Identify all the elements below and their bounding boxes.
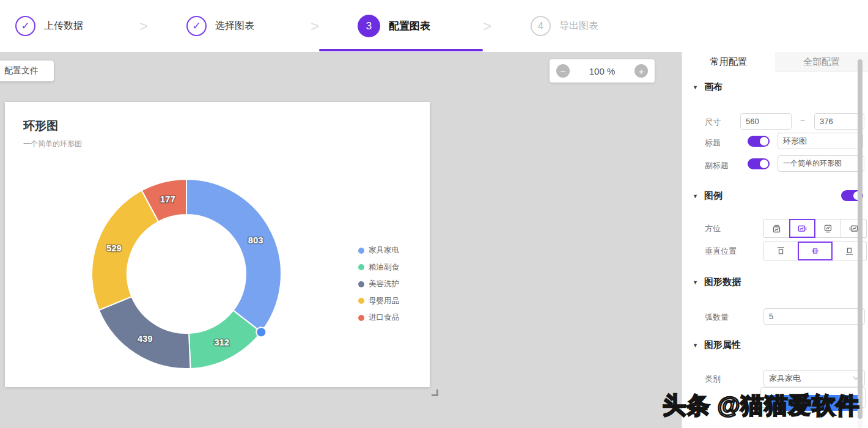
subtitle-label: 副标题: [705, 160, 729, 171]
zoom-in-button[interactable]: +: [634, 64, 648, 78]
zoom-level-value: 100 %: [589, 66, 616, 76]
legend-item-label: 母婴用品: [369, 296, 399, 306]
subtitle-toggle[interactable]: [748, 158, 770, 169]
zoom-control: − 100 % +: [550, 59, 655, 83]
title-label: 标题: [705, 138, 721, 149]
donut-segment-母婴用品[interactable]: [92, 190, 158, 310]
section-title: 图形属性: [704, 339, 741, 351]
title-input[interactable]: [778, 133, 863, 149]
step-configure-chart[interactable]: 3 配置图表: [358, 0, 430, 52]
vertical-align-middle-option[interactable]: [798, 242, 833, 260]
legend-top-icon: [772, 224, 781, 233]
legend-bottom-icon: [823, 224, 833, 233]
check-icon: [15, 16, 35, 36]
title-toggle[interactable]: [748, 136, 770, 147]
step-number: 4: [531, 16, 551, 36]
align-bottom-icon: [845, 246, 854, 256]
collapse-triangle-icon: ▼: [693, 193, 698, 199]
legend-dot-icon: [358, 281, 364, 287]
category-color-swatch[interactable]: [766, 395, 862, 411]
align-middle-icon: [811, 246, 820, 256]
legend-item-label: 家具家电: [369, 245, 399, 256]
section-shape-attrs[interactable]: ▼ 图形属性: [693, 339, 741, 351]
size-label: 尺寸: [705, 117, 721, 128]
legend-orientation-group: [763, 219, 867, 238]
chevron-right-icon: >: [483, 0, 491, 52]
segment-value-label: 529: [106, 243, 122, 253]
sidebar-tabs: 常用配置 全部配置: [682, 52, 868, 72]
sidebar-scrollbar-track[interactable]: [858, 52, 862, 428]
step-label: 上传数据: [44, 20, 83, 32]
chart-title: 环形图: [23, 118, 58, 134]
section-canvas[interactable]: ▼ 画布: [693, 81, 723, 93]
canvas-height-input[interactable]: [814, 113, 864, 130]
section-title: 图例: [704, 190, 723, 202]
section-legend[interactable]: ▼ 图例: [693, 190, 723, 202]
arc-count-input[interactable]: [763, 308, 865, 325]
segment-value-label: 177: [160, 194, 175, 204]
category-select-value: 家具家电: [769, 373, 801, 384]
config-sidebar: 常用配置 全部配置 ▼ 画布 尺寸 ~ 标题 副标题 ▼ 图例 方位: [682, 52, 868, 428]
legend-position-top-option[interactable]: [763, 219, 790, 238]
legend-item-美容洗护[interactable]: 美容洗护: [358, 276, 399, 293]
chevron-right-icon: >: [139, 0, 148, 52]
category-select[interactable]: 家具家电: [763, 370, 865, 386]
legend-left-icon: [849, 224, 858, 233]
chevron-right-icon: >: [311, 0, 319, 52]
vertical-position-label: 垂直位置: [705, 246, 737, 257]
section-shape-data[interactable]: ▼ 图形数据: [693, 276, 741, 288]
legend-dot-icon: [358, 298, 364, 304]
stepper-bar: 上传数据 > 选择图表 > 3 配置图表 > 4 导出图表: [0, 0, 868, 52]
step-choose-chart[interactable]: 选择图表: [186, 0, 254, 52]
collapse-triangle-icon: ▼: [693, 279, 698, 286]
legend-item-label: 粮油副食: [369, 262, 399, 273]
segment-value-label: 439: [138, 333, 153, 344]
size-separator: ~: [800, 116, 805, 125]
chart-preview-card: 803312439529177 环形图 一个简单的环形图 家具家电粮油副食美容洗…: [5, 102, 430, 387]
vertical-align-top-option[interactable]: [763, 242, 798, 260]
legend-dot-icon: [358, 264, 364, 270]
step-export-chart[interactable]: 4 导出图表: [531, 0, 598, 52]
segment-value-label: 803: [248, 235, 263, 245]
step-label: 选择图表: [215, 20, 254, 32]
legend-item-家具家电[interactable]: 家具家电: [358, 242, 399, 259]
legend-item-进口食品[interactable]: 进口食品: [358, 309, 399, 327]
step-upload-data[interactable]: 上传数据: [15, 0, 83, 52]
step-number: 3: [358, 15, 380, 37]
collapse-triangle-icon: ▼: [693, 84, 698, 90]
chart-legend: 家具家电粮油副食美容洗护母婴用品进口食品: [358, 242, 399, 327]
subtitle-input[interactable]: [778, 155, 864, 172]
step-label: 导出图表: [559, 20, 598, 32]
sidebar-scrollbar-thumb[interactable]: [858, 59, 862, 419]
legend-item-label: 美容洗护: [369, 279, 399, 289]
align-top-icon: [776, 246, 785, 256]
active-step-underline: [319, 49, 483, 51]
segment-drag-handle[interactable]: [256, 327, 266, 337]
legend-position-left-option[interactable]: [840, 219, 867, 238]
config-file-button[interactable]: 配置文件: [0, 61, 54, 81]
canvas-width-input[interactable]: [740, 113, 792, 130]
legend-item-母婴用品[interactable]: 母婴用品: [358, 293, 399, 310]
arc-count-label: 弧数量: [705, 312, 729, 323]
tab-all-config[interactable]: 全部配置: [775, 52, 868, 72]
collapse-triangle-icon: ▼: [693, 342, 698, 349]
legend-right-icon: [798, 224, 807, 233]
legend-item-粮油副食[interactable]: 粮油副食: [358, 259, 399, 276]
card-resize-handle[interactable]: [432, 389, 438, 396]
category-label: 类别: [705, 374, 721, 385]
check-icon: [186, 16, 207, 36]
section-title: 图形数据: [704, 276, 741, 288]
tab-common-config[interactable]: 常用配置: [682, 52, 775, 72]
legend-position-right-option[interactable]: [789, 219, 815, 238]
chart-builder-app: 上传数据 > 选择图表 > 3 配置图表 > 4 导出图表 配置文件 − 100…: [0, 0, 868, 428]
chart-subtitle: 一个简单的环形图: [23, 139, 82, 149]
donut-segment-美容洗护[interactable]: [99, 297, 191, 369]
legend-dot-icon: [358, 315, 364, 321]
legend-position-bottom-option[interactable]: [815, 219, 841, 238]
donut-segment-家具家电[interactable]: [186, 179, 281, 332]
legend-dot-icon: [358, 248, 364, 254]
orientation-label: 方位: [705, 223, 721, 234]
zoom-out-button[interactable]: −: [556, 64, 570, 78]
legend-item-label: 进口食品: [369, 312, 399, 323]
category-color-field[interactable]: [760, 387, 866, 408]
